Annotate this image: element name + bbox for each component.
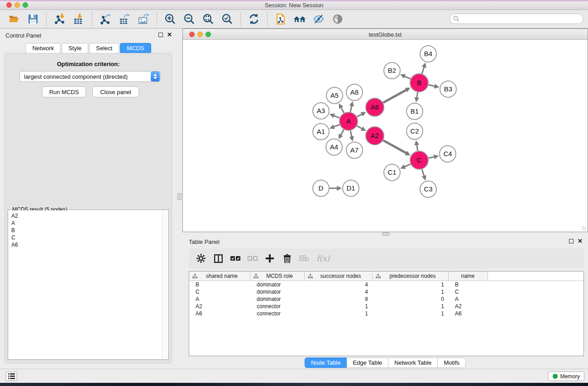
export-network-icon[interactable]: [99, 12, 112, 26]
home-icon[interactable]: [293, 12, 306, 26]
open-session-icon[interactable]: [7, 12, 21, 26]
edge-A6-B[interactable]: [383, 90, 406, 102]
column-header-successor-nodes[interactable]: successor nodes: [305, 272, 373, 281]
edge-A-A2[interactable]: [357, 126, 362, 129]
close-panel-button[interactable]: Close panel: [92, 86, 139, 97]
criterion-dropdown[interactable]: largest connected component (directed): [19, 71, 161, 82]
graph-node-A1[interactable]: A1: [313, 124, 329, 140]
cell-predecessor-nodes[interactable]: 1: [373, 288, 449, 295]
graph-node-C2[interactable]: C2: [406, 123, 423, 139]
edge-C-C2[interactable]: [417, 145, 418, 151]
graph-node-B[interactable]: B: [410, 74, 428, 92]
cell-shared-name[interactable]: A6: [189, 310, 250, 317]
cell-name[interactable]: A: [449, 295, 488, 303]
cell-MCDS-role[interactable]: dominator: [250, 288, 305, 295]
import-table-icon[interactable]: [72, 12, 86, 26]
graph-node-C4[interactable]: C4: [440, 146, 456, 162]
cell-shared-name[interactable]: B: [189, 281, 250, 288]
graph-node-A[interactable]: A: [339, 112, 358, 130]
tab-network[interactable]: Network: [25, 43, 61, 53]
cell-MCDS-role[interactable]: connector: [250, 303, 305, 310]
edge-B-B1[interactable]: [417, 92, 418, 98]
split-panel-icon[interactable]: [212, 253, 224, 264]
cell-successor-nodes[interactable]: 8: [305, 295, 373, 303]
cell-MCDS-role[interactable]: connector: [250, 310, 305, 317]
hide-graphics-details-icon[interactable]: [312, 12, 325, 26]
cell-successor-nodes[interactable]: 4: [305, 288, 373, 295]
cell-MCDS-role[interactable]: dominator: [250, 295, 305, 303]
edge-C-C4[interactable]: [428, 157, 434, 158]
network-canvas[interactable]: B4B2BB3A8A5A6A3B1AC2A1A2A4A7C4CC1DD1C3: [183, 40, 588, 232]
graph-node-C3[interactable]: C3: [420, 181, 436, 197]
result-item[interactable]: A2: [11, 212, 162, 219]
table-row[interactable]: Adominator80A: [189, 295, 583, 303]
tab-edge-table[interactable]: Edge Table: [347, 357, 388, 368]
import-network-icon[interactable]: [53, 12, 67, 26]
edge-A-A5[interactable]: [341, 107, 344, 113]
table-row[interactable]: A2connector11A2: [189, 303, 583, 310]
zoom-out-icon[interactable]: [182, 12, 196, 26]
cell-name[interactable]: C: [449, 288, 488, 295]
zoom-in-icon[interactable]: [163, 12, 177, 26]
graph-node-B1[interactable]: B1: [406, 103, 423, 119]
toolbar-search[interactable]: [449, 14, 583, 24]
graph-node-A4[interactable]: A4: [326, 139, 342, 155]
close-panel-icon[interactable]: ✕: [167, 33, 172, 37]
graph-node-C[interactable]: C: [410, 151, 428, 169]
new-network-from-file-icon[interactable]: [274, 12, 287, 26]
result-item[interactable]: A6: [11, 241, 162, 248]
tab-node-table[interactable]: Node Table: [305, 357, 347, 368]
search-input[interactable]: [460, 15, 583, 23]
edge-A-A6[interactable]: [357, 114, 362, 117]
tab-network-table[interactable]: Network Table: [388, 357, 438, 368]
cell-shared-name[interactable]: C: [189, 288, 250, 295]
edge-A-A1[interactable]: [334, 124, 339, 127]
tab-mcds[interactable]: MCDS: [120, 43, 151, 53]
refresh-icon[interactable]: [247, 12, 261, 26]
horizontal-splitter-handle[interactable]: [382, 232, 389, 236]
graph-node-A7[interactable]: A7: [346, 142, 363, 158]
settings-gear-icon[interactable]: [195, 253, 207, 264]
graph-node-D1[interactable]: D1: [343, 180, 359, 196]
result-item[interactable]: A: [11, 219, 162, 227]
task-history-button[interactable]: [5, 372, 17, 381]
memory-button[interactable]: Memory: [548, 372, 584, 381]
delete-column-icon[interactable]: [281, 253, 293, 264]
cell-successor-nodes[interactable]: 1: [305, 303, 373, 310]
network-window-title-bar[interactable]: testGlobe.txt: [183, 29, 588, 40]
graph-node-A3[interactable]: A3: [313, 103, 329, 119]
edge-B-B4[interactable]: [422, 67, 424, 74]
graph-node-B2[interactable]: B2: [384, 62, 400, 79]
cell-name[interactable]: A6: [449, 310, 488, 317]
cell-predecessor-nodes[interactable]: 0: [373, 295, 449, 303]
tab-motifs[interactable]: Motifs: [438, 357, 466, 368]
cell-successor-nodes[interactable]: 4: [305, 281, 373, 288]
edge-C-C1[interactable]: [404, 164, 410, 167]
edge-B-B3[interactable]: [429, 85, 435, 86]
tab-select[interactable]: Select: [89, 43, 119, 53]
close-panel-icon[interactable]: ✕: [578, 239, 583, 243]
zoom-selected-icon[interactable]: [220, 12, 234, 26]
result-scrollbar[interactable]: [162, 210, 168, 359]
delete-table-icon[interactable]: [298, 253, 310, 264]
cell-shared-name[interactable]: A2: [189, 303, 250, 310]
cell-shared-name[interactable]: A: [189, 295, 250, 303]
graph-node-C1[interactable]: C1: [384, 164, 400, 181]
column-header-shared-name[interactable]: shared name: [189, 272, 250, 281]
edge-C-C3[interactable]: [422, 169, 424, 176]
graph-node-D[interactable]: D: [313, 180, 329, 196]
vertical-splitter-handle[interactable]: [177, 193, 182, 200]
select-all-checkboxes-icon[interactable]: [229, 253, 241, 264]
result-item[interactable]: B: [11, 227, 162, 234]
column-header-name[interactable]: name: [449, 272, 488, 281]
cell-predecessor-nodes[interactable]: 1: [373, 303, 449, 310]
edge-A-A4[interactable]: [341, 129, 344, 135]
zoom-fit-icon[interactable]: [201, 12, 215, 26]
resize-grip-icon[interactable]: [582, 226, 587, 231]
float-panel-icon[interactable]: [158, 33, 163, 37]
edge-A-A3[interactable]: [334, 116, 339, 118]
cell-name[interactable]: B: [449, 281, 488, 288]
mcds-result-list[interactable]: A2ABCA6: [9, 210, 162, 359]
column-header-MCDS-role[interactable]: MCDS role: [250, 272, 305, 281]
edge-A2-C[interactable]: [383, 140, 406, 153]
